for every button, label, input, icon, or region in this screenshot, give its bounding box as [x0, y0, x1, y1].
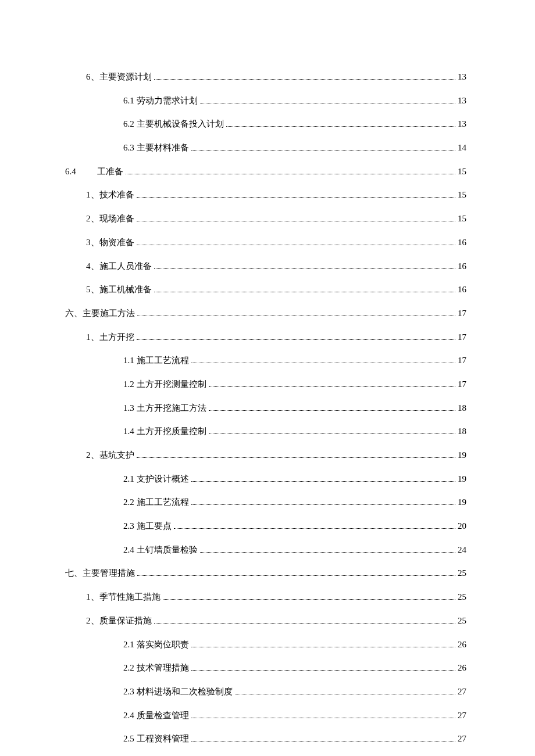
- toc-entry-page: 24: [458, 543, 466, 557]
- toc-entry-page: 19: [458, 495, 466, 509]
- toc-leader-dots: [154, 618, 456, 624]
- toc-leader-dots: [191, 713, 456, 718]
- toc-entry-page: 27: [458, 708, 466, 722]
- toc-entry-page: 18: [458, 401, 466, 415]
- toc-leader-dots: [191, 358, 456, 363]
- toc-entry: 2、质量保证措施25: [65, 614, 466, 628]
- toc-entry-label: 1.3 土方开挖施工方法: [123, 401, 206, 415]
- toc-entry: 5、施工机械准备16: [65, 282, 466, 296]
- toc-leader-dots: [200, 98, 456, 103]
- toc-entry-page: 25: [458, 590, 466, 604]
- toc-entry: 2.4 质量检查管理27: [65, 708, 466, 722]
- toc-entry: 4、施工人员准备16: [65, 259, 466, 273]
- toc-entry-page: 26: [458, 661, 466, 675]
- toc-leader-dots: [154, 287, 456, 292]
- toc-entry-page: 15: [458, 164, 466, 178]
- toc-leader-dots: [126, 169, 455, 174]
- toc-leader-dots: [137, 311, 455, 316]
- toc-leader-dots: [191, 500, 456, 505]
- toc-entry-label: 6、主要资源计划: [86, 70, 152, 84]
- toc-entry-page: 13: [458, 70, 466, 84]
- toc-leader-dots: [137, 335, 456, 340]
- toc-entry: 1.2 土方开挖测量控制17: [65, 377, 466, 391]
- toc-entry-label: 2.3 材料进场和二次检验制度: [123, 685, 233, 698]
- toc-leader-dots: [209, 382, 456, 387]
- toc-entry: 2.3 材料进场和二次检验制度27: [65, 685, 466, 698]
- toc-entry-label: 1.4 土方开挖质量控制: [123, 424, 206, 438]
- toc-entry-page: 27: [458, 732, 466, 746]
- toc-leader-dots: [137, 571, 455, 576]
- toc-entry-page: 27: [458, 685, 466, 698]
- toc-entry: 6、主要资源计划13: [65, 70, 466, 84]
- toc-entry: 2.1 支护设计概述19: [65, 472, 466, 486]
- toc-entry: 2.2 施工工艺流程19: [65, 495, 466, 509]
- toc-entry-page: 25: [458, 566, 466, 580]
- toc-entry: 2.5 工程资料管理27: [65, 732, 466, 746]
- toc-entry: 2.2 技术管理措施26: [65, 661, 466, 675]
- toc-entry-label: 1.1 施工工艺流程: [123, 353, 189, 367]
- toc-entry: 七、主要管理措施25: [65, 566, 466, 580]
- toc-entry-label: 1、土方开挖: [86, 330, 134, 344]
- toc-entry: 1.1 施工工艺流程17: [65, 353, 466, 367]
- toc-leader-dots: [226, 121, 456, 127]
- toc-entry: 1、土方开挖17: [65, 330, 466, 344]
- toc-leader-dots: [137, 453, 456, 458]
- toc-entry-page: 17: [458, 306, 466, 320]
- toc-entry: 1.3 土方开挖施工方法18: [65, 401, 466, 415]
- toc-leader-dots: [191, 736, 456, 741]
- toc-entry: 6.3 主要材料准备14: [65, 141, 466, 155]
- toc-entry-label: 2、现场准备: [86, 212, 134, 225]
- toc-entry-label: 2.4 土钉墙质量检验: [123, 543, 198, 557]
- toc-entry: 2.1 落实岗位职责26: [65, 637, 466, 651]
- toc-entry-label: 2、质量保证措施: [86, 614, 152, 628]
- toc-entry: 6.2 主要机械设备投入计划13: [65, 117, 466, 131]
- toc-leader-dots: [154, 264, 456, 269]
- toc-entry-label: 工准备: [97, 164, 123, 178]
- toc-entry-label: 六、主要施工方法: [65, 306, 135, 320]
- toc-entry-label: 2.1 支护设计概述: [123, 472, 189, 486]
- toc-entry-page: 14: [458, 141, 466, 155]
- toc-entry-label: 1、季节性施工措施: [86, 590, 160, 604]
- toc-leader-dots: [209, 429, 456, 434]
- toc-entry-page: 19: [458, 448, 466, 462]
- toc-entry-label: 2、基坑支护: [86, 448, 134, 462]
- toc-entry-label: 6.1 劳动力需求计划: [123, 94, 198, 108]
- toc-entry-page: 15: [458, 188, 466, 202]
- toc-entry-label: 6.2 主要机械设备投入计划: [123, 117, 224, 131]
- toc-entry-prefix: 6.4: [65, 164, 76, 178]
- table-of-contents: 6、主要资源计划136.1 劳动力需求计划136.2 主要机械设备投入计划136…: [65, 70, 466, 756]
- toc-entry-page: 17: [458, 330, 466, 344]
- toc-entry-label: 2.4 质量检查管理: [123, 708, 189, 722]
- toc-leader-dots: [163, 594, 456, 600]
- toc-entry-label: 1.2 土方开挖测量控制: [123, 377, 206, 391]
- toc-entry-page: 16: [458, 259, 466, 273]
- toc-entry-page: 13: [458, 94, 466, 108]
- toc-leader-dots: [191, 665, 456, 671]
- toc-leader-dots: [174, 524, 456, 529]
- toc-entry: 2.4 土钉墙质量检验24: [65, 543, 466, 557]
- toc-entry-page: 25: [458, 614, 466, 628]
- toc-entry-page: 20: [458, 519, 466, 533]
- toc-entry-page: 19: [458, 472, 466, 486]
- toc-entry-page: 17: [458, 353, 466, 367]
- toc-entry-label: 2.3 施工要点: [123, 519, 172, 533]
- toc-entry-page: 18: [458, 424, 466, 438]
- toc-entry-label: 2.2 施工工艺流程: [123, 495, 189, 509]
- toc-entry: 2、现场准备15: [65, 212, 466, 225]
- toc-leader-dots: [200, 547, 456, 553]
- toc-entry-page: 16: [458, 235, 466, 249]
- toc-entry: 六、主要施工方法17: [65, 306, 466, 320]
- toc-entry-label: 6.3 主要材料准备: [123, 141, 189, 155]
- toc-entry-label: 2.2 技术管理措施: [123, 661, 189, 675]
- toc-entry: 6.4工准备15: [65, 164, 466, 178]
- toc-entry-label: 2.1 落实岗位职责: [123, 637, 189, 651]
- toc-entry: 2、基坑支护19: [65, 448, 466, 462]
- toc-leader-dots: [137, 240, 456, 245]
- toc-entry-page: 16: [458, 282, 466, 296]
- toc-entry-page: 15: [458, 212, 466, 225]
- toc-entry: 3、物资准备16: [65, 235, 466, 249]
- toc-entry-page: 13: [458, 117, 466, 131]
- toc-entry: 2.3 施工要点20: [65, 519, 466, 533]
- toc-entry: 1.4 土方开挖质量控制18: [65, 424, 466, 438]
- toc-entry: 1、技术准备15: [65, 188, 466, 202]
